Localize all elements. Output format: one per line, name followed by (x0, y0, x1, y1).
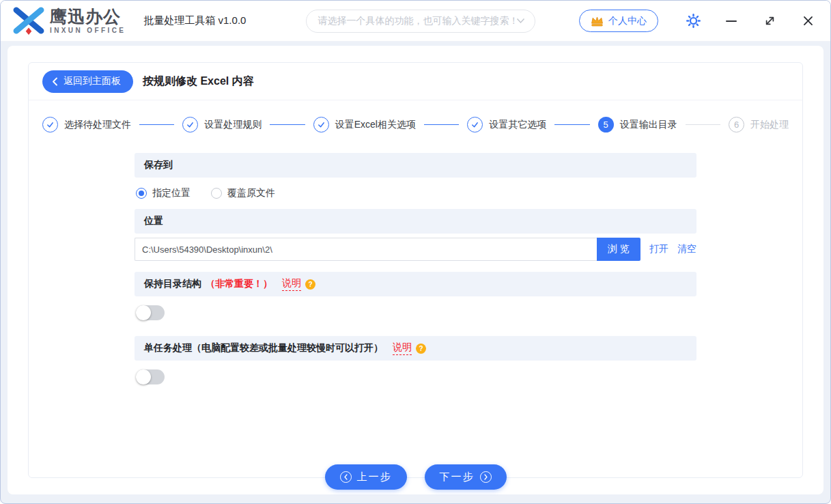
circle-chevron-left-icon (340, 471, 352, 483)
save-to-section-header: 保存到 (135, 153, 696, 178)
brand-text: 鹰迅办公 INXUN OFFICE (50, 8, 126, 34)
step-number: 5 (598, 117, 614, 132)
clear-link[interactable]: 清空 (677, 243, 696, 255)
open-link[interactable]: 打开 (649, 243, 668, 255)
question-badge-icon[interactable]: ? (416, 344, 426, 354)
keep-structure-help-link[interactable]: 说明 (282, 277, 301, 291)
step-other-options[interactable]: 设置其它选项 (467, 117, 546, 132)
step-connector (554, 124, 589, 125)
output-path-input[interactable] (135, 238, 597, 261)
wizard-card: 返回到主面板 按规则修改 Excel 内容 选择待处理文件 设置处理 (28, 62, 803, 478)
radio-specified-location[interactable]: 指定位置 (136, 187, 191, 199)
logo-x-icon (13, 7, 44, 36)
user-center-label: 个人中心 (608, 15, 647, 27)
settings-button[interactable] (683, 11, 703, 31)
close-button[interactable] (798, 11, 818, 31)
toggle-knob (136, 369, 151, 384)
card-header: 返回到主面板 按规则修改 Excel 内容 (29, 63, 802, 100)
search-placeholder: 请选择一个具体的功能，也可输入关键字搜索！ (318, 15, 516, 27)
gear-icon (686, 14, 701, 28)
step-connector (686, 124, 720, 125)
radio-overwrite-original[interactable]: 覆盖原文件 (211, 187, 275, 199)
circle-chevron-right-icon (480, 471, 492, 483)
step-output-directory[interactable]: 5 设置输出目录 (598, 117, 677, 132)
wizard-nav-buttons: 上一步 下一步 (325, 464, 507, 490)
function-search-select[interactable]: 请选择一个具体的功能，也可输入关键字搜索！ (306, 10, 535, 33)
location-path-row: 浏览 打开 清空 (135, 238, 696, 261)
app-window: 鹰迅办公 INXUN OFFICE 批量处理工具箱 v1.0.0 请选择一个具体… (0, 0, 831, 504)
step-check-icon (182, 117, 198, 132)
step-connector (424, 124, 459, 125)
app-title: 批量处理工具箱 v1.0.0 (143, 14, 246, 27)
toggle-knob (136, 305, 151, 320)
resize-diagonal-icon (764, 15, 776, 27)
single-task-help-link[interactable]: 说明 (393, 341, 412, 355)
radio-unselected-icon (211, 188, 222, 199)
title-bar: 鹰迅办公 INXUN OFFICE 批量处理工具箱 v1.0.0 请选择一个具体… (1, 1, 830, 42)
main-panel: 返回到主面板 按规则修改 Excel 内容 选择待处理文件 设置处理 (8, 46, 823, 494)
brand-name-en: INXUN OFFICE (50, 27, 126, 34)
next-step-button[interactable]: 下一步 (425, 464, 507, 490)
user-center-button[interactable]: 个人中心 (579, 10, 658, 32)
step-connector (139, 124, 174, 125)
step-excel-options[interactable]: 设置Excel相关选项 (313, 117, 416, 132)
titlebar-right-group: 个人中心 (579, 10, 818, 32)
step-start-processing[interactable]: 6 开始处理 (729, 117, 789, 132)
keep-structure-title: 保持目录结构 (144, 278, 201, 290)
step-number: 6 (729, 117, 744, 132)
back-button-label: 返回到主面板 (64, 75, 121, 87)
step-rules[interactable]: 设置处理规则 (182, 117, 262, 132)
keep-structure-toggle-row (135, 296, 696, 329)
step-select-files[interactable]: 选择待处理文件 (42, 117, 131, 132)
back-to-dashboard-button[interactable]: 返回到主面板 (42, 70, 133, 93)
keep-structure-important-note: （非常重要！） (206, 278, 272, 290)
chevron-down-icon (516, 18, 525, 24)
minimize-button[interactable] (721, 11, 742, 31)
single-task-toggle-row (135, 361, 696, 393)
step-check-icon (42, 117, 58, 132)
question-badge-icon[interactable]: ? (305, 279, 315, 290)
single-task-toggle[interactable] (136, 369, 165, 384)
brand-logo: 鹰迅办公 INXUN OFFICE (13, 7, 126, 36)
single-task-title: 单任务处理（电脑配置较差或批量处理较慢时可以打开） (144, 342, 383, 354)
keep-structure-toggle[interactable] (136, 305, 165, 320)
crown-icon (591, 16, 604, 27)
brand-name-cn: 鹰迅办公 (50, 8, 126, 25)
single-task-section-header: 单任务处理（电脑配置较差或批量处理较慢时可以打开） 说明 ? (135, 336, 696, 361)
chevron-left-icon (52, 77, 58, 86)
output-settings-form: 保存到 指定位置 覆盖原文件 位置 浏览 (135, 153, 696, 393)
radio-selected-icon (136, 188, 147, 199)
page-title: 按规则修改 Excel 内容 (143, 74, 254, 89)
maximize-button[interactable] (759, 11, 780, 31)
step-indicator: 选择待处理文件 设置处理规则 设置Excel相关选项 (29, 100, 802, 143)
previous-step-button[interactable]: 上一步 (325, 464, 407, 490)
save-to-radio-group: 指定位置 覆盖原文件 (135, 178, 696, 209)
step-connector (270, 124, 305, 125)
minimize-icon (726, 20, 737, 22)
keep-structure-section-header: 保持目录结构 （非常重要！） 说明 ? (135, 272, 696, 296)
step-check-icon (467, 117, 483, 132)
location-section-header: 位置 (135, 209, 696, 234)
close-icon (802, 15, 814, 27)
browse-button[interactable]: 浏览 (597, 238, 640, 261)
step-check-icon (313, 117, 329, 132)
